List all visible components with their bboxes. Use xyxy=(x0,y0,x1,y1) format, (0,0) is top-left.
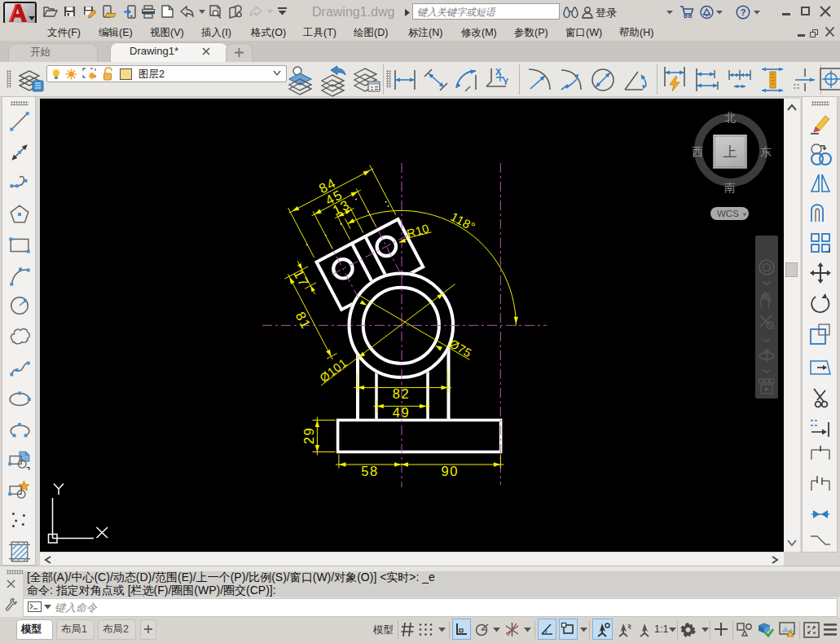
svg-text:R10: R10 xyxy=(405,222,431,241)
svg-text:Y: Y xyxy=(503,77,509,86)
svg-text:29: 29 xyxy=(301,427,316,444)
svg-text:82: 82 xyxy=(393,386,410,401)
svg-text:Ø101: Ø101 xyxy=(318,356,350,385)
svg-text:?: ? xyxy=(741,7,746,17)
svg-text:90: 90 xyxy=(442,464,459,478)
svg-text:X: X xyxy=(495,67,502,77)
svg-text:58: 58 xyxy=(361,464,378,478)
svg-text:49: 49 xyxy=(393,405,410,420)
svg-text:118°: 118° xyxy=(448,209,477,234)
svg-text:Ø75: Ø75 xyxy=(447,337,474,359)
svg-text:81: 81 xyxy=(293,310,314,332)
